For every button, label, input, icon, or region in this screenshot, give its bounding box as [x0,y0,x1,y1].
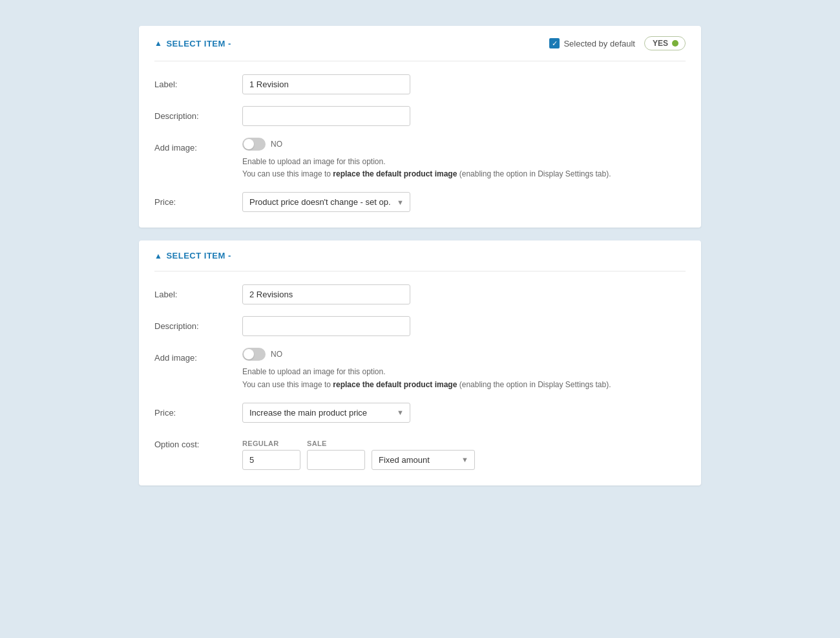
price-select-1[interactable]: Product price doesn't change - set op...… [242,192,410,212]
image-toggle-1[interactable] [242,138,266,151]
price-select-2[interactable]: Product price doesn't change - set op...… [242,403,410,423]
label-row-1: Label: [154,74,686,94]
option-cost-row: Option cost: REGULAR SALE Fixed amount P… [154,434,686,470]
description-input-wrapper-1 [242,106,410,126]
help-text-2: Enable to upload an image for this optio… [242,366,611,390]
help-text-line2-suffix-1: (enabling the option in Display Settings… [457,169,611,178]
toggle-label-1: NO [271,140,282,149]
label-field-label-1: Label: [154,74,232,89]
label-row-2: Label: [154,284,686,304]
image-toggle-2[interactable] [242,348,266,361]
checkbox-icon: ✓ [549,38,560,48]
card-2-body: Label: Description: Add image: [139,271,701,485]
sale-label: SALE [307,440,365,447]
help-text-line2-prefix-2: You can use this image to [242,380,333,389]
select-item-text-1: SELECT ITEM - [166,39,231,48]
price-select-wrapper-2: Product price doesn't change - set op...… [242,403,410,423]
toggle-label-2: NO [271,350,282,359]
price-row-2: Price: Product price doesn't change - se… [154,403,686,423]
price-select-wrapper-1: Product price doesn't change - set op...… [242,192,410,212]
card-2-header: ▲ SELECT ITEM - [139,240,701,271]
description-row-1: Description: [154,106,686,126]
help-text-line2-suffix-2: (enabling the option in Display Settings… [457,380,611,389]
description-field-label-1: Description: [154,106,232,121]
regular-cost-col: REGULAR [242,440,300,470]
add-image-label-1: Add image: [154,138,232,153]
label-input-wrapper-2 [242,284,410,304]
card-1-header: ▲ SELECT ITEM - ✓ Selected by default YE… [139,26,701,61]
help-text-line1-1: Enable to upload an image for this optio… [242,157,385,166]
description-row-2: Description: [154,316,686,336]
select-item-text-2: SELECT ITEM - [166,251,231,261]
sale-cost-col: SALE [307,440,365,470]
card-1: ▲ SELECT ITEM - ✓ Selected by default YE… [139,26,701,228]
description-input-wrapper-2 [242,316,410,336]
regular-cost-input[interactable] [242,450,300,470]
price-field-label-2: Price: [154,403,232,418]
card-1-body: Label: Description: Add image: [139,61,701,228]
page-wrapper: ▲ SELECT ITEM - ✓ Selected by default YE… [139,26,701,485]
label-field-label-2: Label: [154,284,232,299]
label-input-2[interactable] [242,284,410,304]
help-text-bold-1: replace the default product image [333,169,457,178]
toggle-knob-2 [244,349,254,359]
select-item-label-2[interactable]: ▲ SELECT ITEM - [154,251,231,261]
cost-inputs: REGULAR SALE Fixed amount Percentage ▼ [242,434,475,470]
chevron-up-icon-2: ▲ [154,251,162,261]
help-text-1: Enable to upload an image for this optio… [242,156,611,180]
description-input-1[interactable] [242,106,410,126]
toggle-wrapper-1: NO [242,138,611,151]
label-input-wrapper-1 [242,74,410,94]
chevron-up-icon-1: ▲ [154,39,162,48]
yes-toggle[interactable]: YES [644,36,686,50]
selected-by-default-label: Selected by default [563,39,635,48]
toggle-section-2: NO Enable to upload an image for this op… [242,348,611,390]
price-field-label-1: Price: [154,192,232,207]
yes-toggle-label: YES [653,39,668,48]
toggle-wrapper-2: NO [242,348,611,361]
checkmark-icon: ✓ [552,39,558,48]
selected-by-default-wrapper[interactable]: ✓ Selected by default [549,38,635,48]
yes-dot-icon [672,40,678,47]
help-text-line1-2: Enable to upload an image for this optio… [242,367,385,376]
label-input-1[interactable] [242,74,410,94]
help-text-line2-prefix-1: You can use this image to [242,169,333,178]
price-row-1: Price: Product price doesn't change - se… [154,192,686,212]
help-text-bold-2: replace the default product image [333,380,457,389]
add-image-row-2: Add image: NO Enable to upload an image … [154,348,686,390]
add-image-row-1: Add image: NO Enable to upload an image … [154,138,686,180]
header-right-1: ✓ Selected by default YES [549,36,686,50]
select-item-label-1[interactable]: ▲ SELECT ITEM - [154,39,231,48]
description-input-2[interactable] [242,316,410,336]
cost-type-select[interactable]: Fixed amount Percentage [372,450,475,470]
add-image-label-2: Add image: [154,348,232,363]
toggle-knob-1 [244,139,254,149]
description-field-label-2: Description: [154,316,232,331]
toggle-section-1: NO Enable to upload an image for this op… [242,138,611,180]
cost-type-wrapper: Fixed amount Percentage ▼ [372,434,475,470]
sale-cost-input[interactable] [307,450,365,470]
regular-label: REGULAR [242,440,300,447]
option-cost-label: Option cost: [154,434,232,449]
card-2: ▲ SELECT ITEM - Label: Description: [139,240,701,485]
